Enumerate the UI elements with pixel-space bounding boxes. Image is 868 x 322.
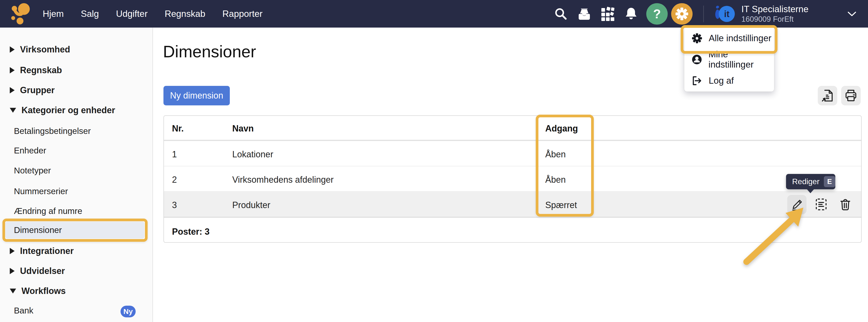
print-button[interactable] — [841, 86, 861, 105]
cell-adgang: Åben — [545, 149, 566, 160]
export-button[interactable] — [818, 86, 837, 105]
sidebar-label: Workflows — [22, 281, 66, 301]
column-header-adgang[interactable]: Adgang — [545, 123, 578, 134]
navbar-right: ? — [549, 0, 868, 28]
company-logo-icon: it — [713, 4, 736, 24]
tooltip-label: Rediger — [792, 177, 819, 186]
cell-adgang: Spærret — [545, 200, 577, 210]
table-row-hovered[interactable]: 3 Produkter Spærret — [164, 191, 861, 217]
cell-nr: 3 — [172, 200, 177, 210]
sidebar-label: Grupper — [20, 80, 55, 100]
nav-item-regnskab[interactable]: Regnskab — [165, 9, 206, 19]
sidebar-label: Kategorier og enheder — [22, 100, 115, 120]
nav-item-udgifter[interactable]: Udgifter — [116, 9, 148, 19]
chevron-right-icon — [10, 268, 14, 274]
menu-item-label: Alle indstillinger — [709, 33, 771, 43]
row-actions — [787, 195, 855, 214]
cell-navn: Produkter — [232, 200, 270, 210]
top-navbar: Hjem Salg Udgifter Regnskab Rapporter — [0, 0, 868, 28]
page-title: Dimensioner — [163, 42, 256, 61]
dimensions-table: Nr. Navn Adgang 1 Lokationer Åben 2 Virk… — [163, 116, 862, 243]
sidebar-label: Udvidelser — [20, 261, 65, 281]
chevron-right-icon — [10, 67, 14, 73]
menu-item-my-settings[interactable]: Mine indstillinger — [684, 49, 774, 70]
sidebar-label: Integrationer — [20, 241, 74, 261]
inbox-icon[interactable] — [572, 2, 596, 26]
app-root: Hjem Salg Udgifter Regnskab Rapporter — [0, 0, 868, 322]
sidebar-section-virksomhed[interactable]: Virksomhed — [0, 39, 153, 60]
cell-nr: 2 — [172, 175, 177, 185]
chevron-right-icon — [10, 87, 14, 93]
table-row[interactable]: 2 Virksomhedens afdelinger Åben — [164, 166, 861, 191]
sidebar-item-notetyper[interactable]: Notetyper — [0, 161, 153, 181]
sidebar-section-udvidelser[interactable]: Udvidelser — [0, 261, 153, 281]
menu-item-label: Mine indstillinger — [709, 49, 774, 70]
chevron-down-icon — [10, 108, 16, 113]
edit-tooltip: Rediger E — [786, 174, 835, 189]
pencil-icon — [790, 198, 803, 211]
company-text: IT Specialisterne 1609009 ForEft — [741, 4, 808, 24]
gear-icon — [675, 7, 689, 21]
record-count: Poster: 3 — [172, 227, 210, 237]
cell-nr: 1 — [172, 149, 177, 160]
sidebar-item-aendring-af-numre[interactable]: Ændring af numre — [0, 201, 153, 221]
apps-grid-icon[interactable] — [596, 2, 619, 26]
cell-navn: Lokationer — [232, 149, 273, 160]
sidebar-section-kategorier-og-enheder[interactable]: Kategorier og enheder — [0, 100, 153, 120]
company-number: 1609009 ForEft — [741, 14, 808, 24]
logout-icon — [692, 75, 702, 86]
sidebar-section-integrationer[interactable]: Integrationer — [0, 241, 153, 261]
main-menu: Hjem Salg Udgifter Regnskab Rapporter — [43, 0, 262, 28]
company-name: IT Specialisterne — [741, 4, 808, 14]
nav-item-salg[interactable]: Salg — [81, 9, 99, 19]
notifications-bell-icon[interactable] — [619, 2, 643, 26]
question-mark-icon: ? — [653, 7, 661, 21]
settings-gear-button[interactable] — [671, 3, 692, 25]
sidebar-item-nummerserier[interactable]: Nummerserier — [0, 181, 153, 201]
nav-item-rapporter[interactable]: Rapporter — [222, 9, 263, 19]
new-dimension-button[interactable]: Ny dimension — [163, 86, 230, 105]
table-footer-row: Poster: 3 — [164, 217, 861, 243]
chevron-right-icon — [10, 46, 14, 53]
tooltip-caret — [807, 189, 814, 193]
menu-item-all-settings[interactable]: Alle indstillinger — [684, 28, 774, 49]
settings-dropdown-menu: Alle indstillinger Mine indstillinger Lo… — [684, 28, 774, 92]
sidebar-item-betalingsbetingelser[interactable]: Betalingsbetingelser — [0, 121, 153, 141]
company-switcher[interactable]: it IT Specialisterne 1609009 ForEft — [713, 4, 808, 24]
chevron-right-icon — [10, 248, 14, 254]
sidebar-label: Regnskab — [20, 60, 62, 80]
navbar-divider — [703, 6, 704, 22]
menu-item-log-out[interactable]: Log af — [684, 70, 774, 91]
column-header-nr[interactable]: Nr. — [172, 123, 184, 134]
copy-template-button[interactable] — [811, 195, 831, 214]
table-row[interactable]: 1 Lokationer Åben — [164, 140, 861, 166]
nav-item-hjem[interactable]: Hjem — [43, 9, 64, 19]
sidebar-item-dimensioner-selected[interactable]: Dimensioner — [5, 222, 145, 238]
cell-adgang: Åben — [545, 175, 566, 185]
chevron-down-icon[interactable] — [847, 11, 856, 17]
copy-template-icon — [815, 198, 827, 211]
keyboard-shortcut-badge: E — [824, 176, 835, 187]
billy-logo-icon[interactable] — [11, 3, 38, 26]
new-badge: Ny — [121, 305, 136, 317]
sidebar-item-enheder[interactable]: Enheder — [0, 140, 153, 161]
sidebar-section-grupper[interactable]: Grupper — [0, 80, 153, 100]
trash-icon — [839, 198, 851, 211]
help-button[interactable]: ? — [646, 3, 668, 25]
menu-item-label: Log af — [709, 76, 734, 86]
settings-sidebar: Virksomhed Regnskab Grupper Kategorier o… — [0, 28, 153, 322]
printer-icon — [844, 89, 857, 102]
cell-navn: Virksomhedens afdelinger — [232, 175, 334, 185]
chevron-down-icon — [10, 289, 16, 293]
sidebar-section-workflows[interactable]: Workflows — [0, 281, 153, 301]
column-header-navn[interactable]: Navn — [232, 123, 254, 134]
sidebar-section-regnskab[interactable]: Regnskab — [0, 60, 153, 80]
table-header-row: Nr. Navn Adgang — [164, 116, 861, 140]
edit-button[interactable] — [787, 195, 807, 214]
search-icon[interactable] — [549, 2, 572, 26]
sidebar-label: Virksomhed — [20, 39, 70, 60]
gear-icon — [692, 33, 702, 44]
export-document-icon — [822, 89, 834, 102]
delete-button[interactable] — [836, 195, 855, 214]
user-icon — [692, 54, 702, 65]
